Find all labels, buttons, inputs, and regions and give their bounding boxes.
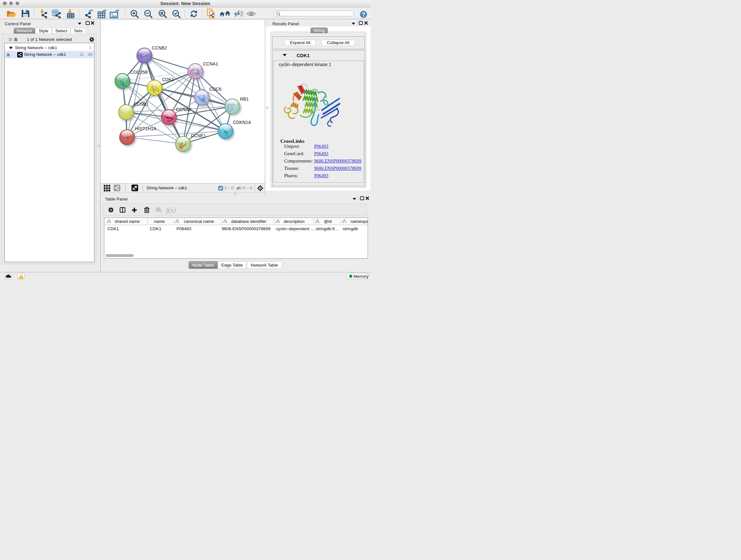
svg-text:CCNB2: CCNB2 [152,45,167,51]
svg-text:CDC25B: CDC25B [130,70,148,75]
svg-text:CCNE1: CCNE1 [191,133,206,138]
svg-text:CDKN1A: CDKN1A [233,120,251,125]
svg-text:HIST1H1A: HIST1H1A [135,126,157,131]
svg-text:CCNA1: CCNA1 [203,61,218,66]
svg-text:CCNB1: CCNB1 [134,102,149,107]
svg-text:RB1: RB1 [240,97,249,102]
svg-text:CCNA2: CCNA2 [176,107,191,112]
svg-text:CDK1: CDK1 [162,77,174,82]
svg-text:?: ? [361,11,365,18]
svg-text:CDC6: CDC6 [209,86,221,91]
